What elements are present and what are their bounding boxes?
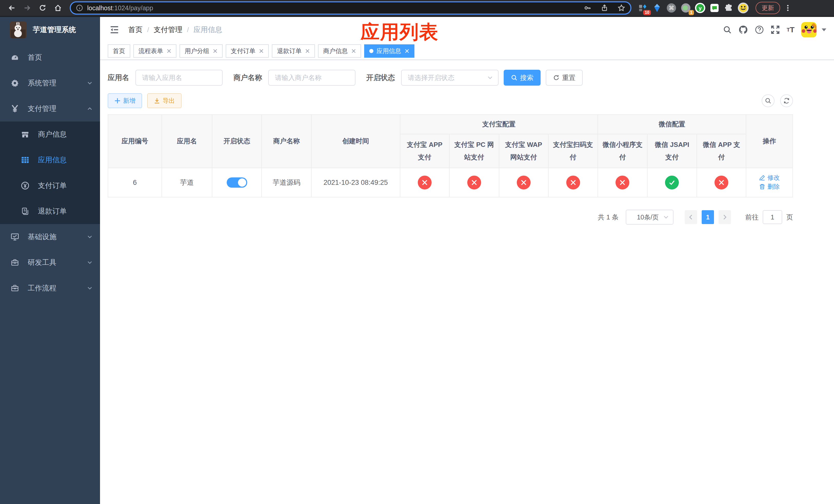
- sidebar-item-payment-order[interactable]: 支付订单: [0, 173, 100, 199]
- svg-text:y: y: [699, 5, 702, 11]
- browser-profile-avatar[interactable]: [737, 2, 749, 14]
- status-select[interactable]: 请选择开启状态: [401, 70, 499, 86]
- chevron-down-icon[interactable]: [822, 28, 826, 31]
- fullscreen-icon[interactable]: [771, 25, 780, 35]
- close-icon[interactable]: [213, 49, 218, 53]
- delete-button-label: 删除: [767, 183, 780, 191]
- column-subheader: 支付宝扫码支付: [548, 134, 598, 168]
- refresh-icon[interactable]: [780, 94, 793, 107]
- add-button[interactable]: 新增: [108, 93, 142, 108]
- close-icon[interactable]: [305, 49, 310, 53]
- home-icon[interactable]: [51, 1, 65, 15]
- chevron-down-icon: [87, 80, 93, 86]
- page-size-select[interactable]: 10条/页: [626, 210, 674, 225]
- column-header: 应用名: [162, 115, 212, 168]
- delete-button[interactable]: 删除: [759, 183, 780, 191]
- sidebar-item-system-mgmt[interactable]: 系统管理: [0, 70, 100, 96]
- sidebar-item-dev-tools[interactable]: 研发工具: [0, 250, 100, 275]
- search-icon[interactable]: [723, 25, 732, 34]
- tab-label: 支付订单: [231, 47, 256, 55]
- close-icon[interactable]: [405, 49, 409, 53]
- back-icon[interactable]: [5, 1, 19, 15]
- close-icon[interactable]: [259, 49, 264, 53]
- table-tools: [762, 94, 793, 107]
- extension-tabs-icon[interactable]: 10: [637, 2, 649, 14]
- app-name-label: 应用名: [108, 73, 129, 83]
- extension-y-icon[interactable]: y: [694, 2, 706, 14]
- tab-label: 应用信息: [376, 47, 401, 55]
- search-button[interactable]: 搜索: [504, 70, 541, 86]
- share-icon[interactable]: [601, 4, 608, 12]
- tags-view-bar: 首页流程表单用户分组支付订单退款订单商户信息应用信息: [100, 43, 834, 60]
- goto-page-input[interactable]: [763, 210, 782, 224]
- sidebar-item-app-info[interactable]: 应用信息: [0, 147, 100, 173]
- extension-chat-icon[interactable]: [708, 2, 721, 14]
- tab-process-form[interactable]: 流程表单: [133, 44, 176, 58]
- tab-label: 用户分组: [185, 47, 209, 55]
- reset-button[interactable]: 重置: [546, 70, 583, 86]
- extension-recorder-icon[interactable]: 1: [680, 2, 692, 14]
- close-icon[interactable]: [351, 49, 356, 53]
- extensions-puzzle-icon[interactable]: [723, 2, 735, 14]
- breadcrumb-separator: /: [147, 26, 149, 34]
- svg-text:⌘: ⌘: [668, 5, 674, 11]
- app-table: 应用编号应用名开启状态商户名称创建时间支付宝配置微信配置操作支付宝 APP 支付…: [108, 114, 793, 198]
- status-fail-icon: [517, 176, 531, 189]
- tab-user-group[interactable]: 用户分组: [179, 44, 223, 58]
- github-icon[interactable]: [738, 25, 748, 35]
- browser-update-button[interactable]: 更新: [755, 2, 780, 14]
- forward-icon[interactable]: [21, 1, 34, 15]
- close-icon[interactable]: [167, 49, 171, 53]
- bookmark-star-icon[interactable]: [618, 4, 625, 12]
- sidebar-collapse-icon[interactable]: [108, 25, 121, 35]
- enabled-toggle[interactable]: [227, 177, 247, 188]
- yen-icon: [10, 104, 20, 113]
- cell-config-status: [499, 168, 548, 197]
- site-info-icon[interactable]: [76, 4, 83, 12]
- goto-suffix: 页: [786, 213, 793, 222]
- export-button[interactable]: 导出: [147, 93, 181, 108]
- browser-menu-icon[interactable]: [784, 4, 791, 12]
- password-key-icon[interactable]: [584, 4, 591, 12]
- chevron-up-icon: [87, 106, 93, 112]
- page-title: 应用列表: [360, 20, 439, 45]
- reload-icon[interactable]: [36, 1, 49, 15]
- user-avatar[interactable]: [801, 22, 816, 38]
- tab-app-info[interactable]: 应用信息: [364, 44, 414, 58]
- page-number-current[interactable]: 1: [702, 210, 714, 224]
- breadcrumb-item[interactable]: 首页: [128, 25, 142, 35]
- column-subheader: 微信小程序支付: [598, 134, 647, 168]
- sidebar-item-payment-mgmt[interactable]: 支付管理: [0, 96, 100, 121]
- sidebar-item-workflow[interactable]: 工作流程: [0, 275, 100, 301]
- sidebar-item-home[interactable]: 首页: [0, 45, 100, 70]
- app-logo-row[interactable]: 芋道管理系统: [0, 17, 100, 43]
- help-icon[interactable]: [755, 25, 764, 35]
- toolbox-icon: [10, 283, 20, 293]
- tab-refund-order[interactable]: 退款订单: [272, 44, 315, 58]
- tab-home[interactable]: 首页: [108, 44, 130, 58]
- pagination: 共 1 条 10条/页 1: [108, 210, 793, 225]
- dashboard-icon: [10, 53, 20, 62]
- extension-gem-icon[interactable]: [651, 2, 663, 14]
- toolbox-icon: [10, 258, 20, 267]
- column-group-header: 支付宝配置: [400, 115, 598, 134]
- address-bar[interactable]: localhost:1024/pay/app: [70, 1, 631, 15]
- merchant-name-input[interactable]: [268, 70, 355, 86]
- extension-command-icon[interactable]: ⌘: [665, 2, 678, 14]
- sidebar-item-infrastructure[interactable]: 基础设施: [0, 224, 100, 250]
- next-page-icon[interactable]: [719, 210, 731, 224]
- edit-button[interactable]: 修改: [759, 174, 780, 182]
- app-name-input[interactable]: [135, 70, 223, 86]
- tab-payment-order[interactable]: 支付订单: [226, 44, 269, 58]
- header-actions: TT: [723, 22, 826, 38]
- prev-page-icon[interactable]: [685, 210, 697, 224]
- sidebar-item-merchant-info[interactable]: 商户信息: [0, 121, 100, 147]
- font-size-icon[interactable]: TT: [787, 25, 794, 34]
- status-fail-icon: [467, 176, 481, 189]
- main-panel: 首页/支付管理/应用信息 应用列表 TT: [100, 17, 834, 504]
- breadcrumb-item[interactable]: 支付管理: [154, 25, 182, 35]
- tab-merchant-info[interactable]: 商户信息: [318, 44, 361, 58]
- sidebar-item-refund-order[interactable]: 退款订单: [0, 199, 100, 224]
- hide-search-icon[interactable]: [762, 94, 774, 107]
- status-fail-icon: [566, 176, 580, 189]
